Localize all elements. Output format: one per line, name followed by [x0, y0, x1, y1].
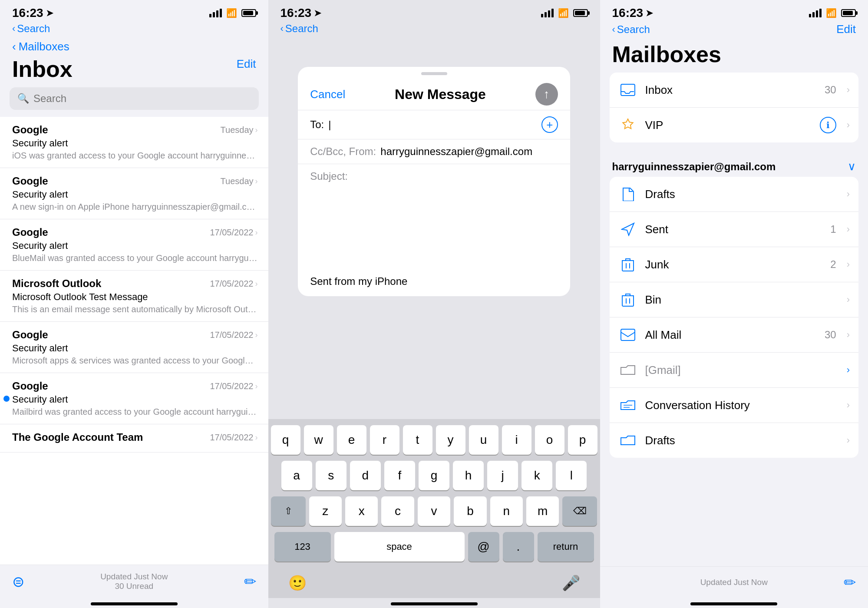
key-u[interactable]: u — [469, 425, 498, 455]
key-j[interactable]: j — [487, 461, 518, 490]
mailbox-sent[interactable]: Sent 1 › — [610, 212, 859, 247]
spacer — [600, 468, 868, 566]
key-w[interactable]: w — [304, 425, 333, 455]
key-d[interactable]: d — [350, 461, 381, 490]
allmail-label: All Mail — [645, 328, 817, 342]
allmail-badge: 30 — [825, 329, 836, 341]
status-time-3: 16:23 ➤ — [612, 6, 653, 20]
mailbox-gmail[interactable]: [Gmail] › — [610, 353, 859, 388]
key-n[interactable]: n — [490, 496, 523, 526]
cc-bcc-field: Cc/Bcc, From: harryguinnesszapier@gmail.… — [298, 139, 570, 164]
wifi-icon-1: 📶 — [226, 8, 237, 18]
to-input[interactable] — [328, 119, 537, 131]
mailboxes-title: Mailboxes — [612, 41, 856, 67]
key-q[interactable]: q — [271, 425, 300, 455]
vip-info-badge[interactable]: ℹ — [820, 117, 836, 133]
sheet-handle — [421, 72, 447, 75]
sent-chevron: › — [847, 224, 850, 235]
mailbox-bin[interactable]: Bin › — [610, 282, 859, 317]
to-label: To: — [310, 119, 324, 131]
key-m[interactable]: m — [526, 496, 559, 526]
key-z[interactable]: z — [309, 496, 342, 526]
key-shift[interactable]: ⇧ — [271, 496, 306, 526]
inbox-title: Inbox — [12, 56, 73, 82]
key-p[interactable]: p — [568, 425, 597, 455]
email-item-3[interactable]: Microsoft Outlook 17/05/2022› Microsoft … — [0, 271, 268, 322]
mailbox-vip[interactable]: VIP ℹ › — [610, 108, 859, 142]
key-123[interactable]: 123 — [274, 532, 331, 562]
email-item-2[interactable]: Google 17/05/2022› Security alert BlueMa… — [0, 219, 268, 271]
compose-icon-1[interactable]: ✏ — [244, 573, 256, 590]
inbox-search-bar[interactable]: 🔍 — [10, 87, 259, 110]
key-f[interactable]: f — [384, 461, 415, 490]
back-to-search-2[interactable]: ‹ Search — [281, 23, 588, 35]
key-r[interactable]: r — [370, 425, 399, 455]
email-item-6[interactable]: The Google Account Team 17/05/2022› — [0, 424, 268, 453]
email-item-5[interactable]: Google 17/05/2022› Security alert Mailbi… — [0, 373, 268, 424]
inbox-panel: 16:23 ➤ 📶 ‹ Search — [0, 0, 268, 608]
key-space[interactable]: space — [334, 532, 465, 562]
key-v[interactable]: v — [418, 496, 450, 526]
emoji-button[interactable]: 🙂 — [288, 574, 307, 591]
junk-badge: 2 — [830, 258, 836, 271]
location-icon: ➤ — [46, 8, 53, 18]
key-backspace[interactable]: ⌫ — [562, 496, 597, 526]
key-period[interactable]: . — [503, 532, 534, 562]
key-k[interactable]: k — [521, 461, 552, 490]
key-i[interactable]: i — [502, 425, 531, 455]
account-drafts-label: Drafts — [645, 434, 839, 447]
account-drafts-icon — [618, 431, 637, 450]
home-indicator-3 — [690, 602, 777, 605]
mailbox-inbox[interactable]: Inbox 30 › — [610, 73, 859, 108]
filter-icon[interactable]: ⊜ — [12, 573, 24, 590]
key-y[interactable]: y — [436, 425, 465, 455]
compose-icon-3[interactable]: ✏ — [844, 574, 856, 591]
back-mailboxes-label[interactable]: Mailboxes — [19, 40, 69, 53]
mailboxes-edit-button[interactable]: Edit — [836, 23, 856, 36]
mailbox-allmail[interactable]: All Mail 30 › — [610, 317, 859, 353]
compose-panel: 16:23 ➤ 📶 ‹ Search Cancel New — [268, 0, 600, 608]
key-a[interactable]: a — [281, 461, 312, 490]
subject-label: Subject: — [310, 170, 348, 182]
compose-title: New Message — [395, 86, 486, 102]
signal-bars-1 — [209, 9, 222, 17]
key-g[interactable]: g — [419, 461, 449, 490]
junk-icon — [618, 255, 637, 274]
vip-chevron: › — [847, 119, 850, 131]
key-h[interactable]: h — [453, 461, 484, 490]
email-item-4[interactable]: Google 17/05/2022› Security alert Micros… — [0, 322, 268, 373]
key-t[interactable]: t — [403, 425, 432, 455]
back-to-search-3[interactable]: ‹ Search — [612, 23, 650, 36]
account-chevron-icon[interactable]: ∨ — [848, 160, 856, 173]
email-item-1[interactable]: Google Tuesday› Security alert A new sig… — [0, 168, 268, 219]
key-l[interactable]: l — [556, 461, 587, 490]
mailbox-account-drafts[interactable]: Drafts › — [610, 423, 859, 458]
cancel-button[interactable]: Cancel — [310, 88, 345, 101]
svg-rect-7 — [621, 329, 635, 340]
key-x[interactable]: x — [345, 496, 378, 526]
key-at[interactable]: @ — [468, 532, 499, 562]
send-button[interactable]: ↑ — [535, 83, 558, 106]
key-s[interactable]: s — [316, 461, 347, 490]
battery-icon-3 — [841, 9, 856, 17]
mic-button[interactable]: 🎤 — [562, 574, 580, 591]
inbox-search-input[interactable] — [33, 93, 251, 105]
subject-input[interactable] — [352, 170, 558, 182]
mailbox-junk[interactable]: Junk 2 › — [610, 247, 859, 282]
junk-label: Junk — [645, 258, 823, 271]
location-icon-2: ➤ — [314, 8, 321, 18]
add-recipient-button[interactable]: + — [541, 116, 558, 133]
status-time-1: 16:23 ➤ — [12, 6, 53, 20]
email-item-0[interactable]: Google Tuesday› Security alert iOS was g… — [0, 117, 268, 168]
key-c[interactable]: c — [381, 496, 414, 526]
key-o[interactable]: o — [535, 425, 564, 455]
key-e[interactable]: e — [337, 425, 366, 455]
key-return[interactable]: return — [538, 532, 594, 562]
back-to-search-1[interactable]: ‹ Search — [12, 23, 256, 35]
status-bar-1: 16:23 ➤ 📶 — [0, 0, 268, 22]
inbox-label: Inbox — [645, 83, 817, 97]
key-b[interactable]: b — [454, 496, 486, 526]
inbox-edit-button[interactable]: Edit — [237, 57, 256, 71]
mailbox-drafts[interactable]: Drafts › — [610, 177, 859, 212]
mailbox-conversation-history[interactable]: Conversation History › — [610, 388, 859, 423]
